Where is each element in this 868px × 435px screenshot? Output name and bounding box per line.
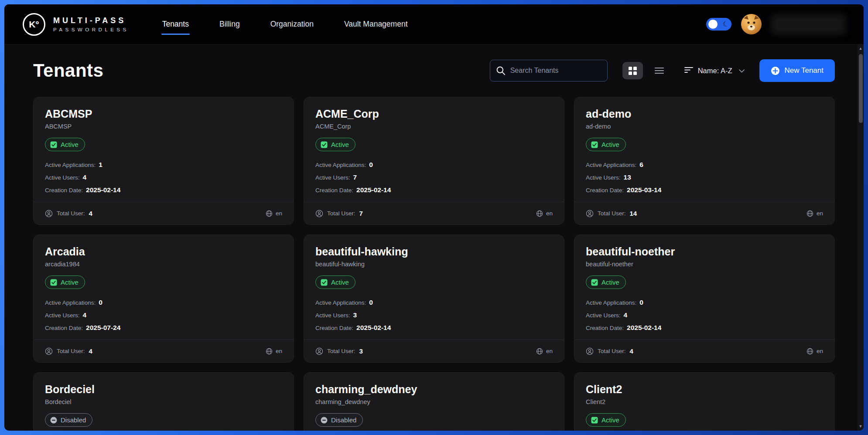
- main-nav: Tenants Billing Organization Vault Manag…: [161, 4, 409, 44]
- status-badge: Active: [45, 275, 85, 289]
- stat-creation-date: Creation Date: 2025-03-14: [586, 186, 823, 194]
- tenant-card-body: beautiful-noether beautiful-noether Acti…: [574, 235, 834, 332]
- tenant-card[interactable]: charming_dewdney charming_dewdney Disabl…: [304, 372, 564, 431]
- stat-active-users: Active Users: 4: [45, 173, 282, 181]
- status-badge: Active: [315, 275, 355, 289]
- tenant-stats: Active Applications: 1 Active Users: 4 C…: [45, 161, 282, 194]
- total-user: Total User: 7: [315, 210, 363, 218]
- tenant-slug: beautiful-noether: [586, 261, 823, 268]
- locale-indicator: en: [266, 210, 282, 217]
- toggle-knob: [708, 20, 718, 29]
- new-tenant-button[interactable]: New Tenant: [759, 59, 835, 82]
- stat-creation-date: Creation Date: 2025-07-24: [45, 324, 282, 332]
- scrollbar[interactable]: ▲ ▼: [858, 44, 864, 431]
- stat-active-applications: Active Applications: 0: [45, 299, 282, 306]
- status-label: Active: [61, 279, 79, 286]
- tenant-card[interactable]: beautiful-noether beautiful-noether Acti…: [574, 234, 835, 363]
- chevron-down-icon: [739, 67, 745, 75]
- scrollbar-thumb[interactable]: [859, 54, 863, 123]
- tenant-card[interactable]: ad-demo ad-demo Active Active: [574, 97, 835, 225]
- moon-icon: ☾: [721, 20, 730, 29]
- scroll-up-arrow[interactable]: ▲: [859, 44, 863, 53]
- globe-icon: [806, 210, 813, 217]
- status-label: Active: [601, 279, 619, 286]
- locale-label: en: [276, 210, 282, 217]
- tenant-card-footer: Total User: 4 en: [34, 202, 294, 224]
- globe-icon: [806, 348, 813, 355]
- stat-active-users: Active Users: 4: [45, 311, 282, 319]
- stat-active-users: Active Users: 13: [586, 173, 823, 181]
- status-label: Active: [331, 279, 349, 286]
- check-square-icon: [591, 417, 598, 424]
- check-square-icon: [321, 279, 328, 286]
- sort-dropdown[interactable]: Name: A-Z: [684, 67, 745, 75]
- user-circle-icon: [45, 210, 53, 218]
- stat-creation-date: Creation Date: 2025-02-14: [586, 324, 823, 332]
- status-badge: Active: [586, 275, 626, 289]
- locale-label: en: [546, 348, 553, 354]
- brand-wordmark: MULTI-PASS PASSWORDLESS: [53, 16, 129, 32]
- tenant-card[interactable]: ACME_Corp ACME_Corp Active Act: [304, 97, 564, 225]
- tenant-stats: Active Applications: 6 Active Users: 13 …: [586, 161, 823, 194]
- user-circle-icon: [45, 347, 53, 355]
- tenant-card[interactable]: Bordeciel Bordeciel Disabled A: [33, 372, 294, 431]
- stat-creation-date: Creation Date: 2025-02-14: [315, 186, 553, 194]
- nav-item-organization[interactable]: Organization: [270, 16, 314, 32]
- tenant-card-body: ad-demo ad-demo Active Active: [574, 97, 834, 194]
- user-avatar[interactable]: [741, 14, 762, 34]
- tenant-card[interactable]: Arcadia arcadia1984 Active Act: [33, 234, 294, 363]
- tenant-card[interactable]: Client2 Client2 Active Active: [574, 372, 835, 431]
- main-content: Tenants: [4, 44, 864, 431]
- tenant-card-body: Client2 Client2 Active Active: [574, 373, 834, 431]
- tenant-name: ABCMSP: [45, 108, 282, 120]
- locale-label: en: [817, 210, 823, 217]
- status-badge: Disabled: [45, 413, 92, 427]
- tenant-stats: Active Applications: 0 Active Users: 4 C…: [45, 299, 282, 332]
- status-label: Active: [61, 141, 79, 148]
- check-square-icon: [50, 141, 57, 148]
- brand-tagline: PASSWORDLESS: [53, 27, 129, 32]
- nav-item-vault-management[interactable]: Vault Management: [343, 16, 409, 32]
- status-label: Active: [601, 141, 619, 148]
- nav-item-billing[interactable]: Billing: [219, 16, 241, 32]
- page-header: Tenants: [33, 59, 835, 82]
- total-user: Total User: 4: [45, 347, 92, 355]
- locale-label: en: [817, 348, 823, 354]
- tenant-card-footer: Total User: 4 en: [574, 340, 834, 362]
- tenant-stats: Active Applications: 0 Active Users: 7 C…: [315, 161, 553, 194]
- total-user: Total User: 4: [586, 347, 633, 355]
- user-circle-icon: [315, 347, 323, 355]
- tenant-card-footer: Total User: 7 en: [304, 202, 564, 224]
- minus-circle-icon: [50, 417, 57, 424]
- tenant-slug: Client2: [586, 398, 823, 405]
- status-badge: Active: [315, 138, 355, 151]
- brand-logo-icon: K°: [23, 13, 45, 36]
- stat-active-applications: Active Applications: 0: [315, 161, 553, 169]
- list-icon: [655, 67, 664, 74]
- tenant-stats: Active Applications: 0 Active Users: 4 C…: [586, 299, 823, 332]
- tenant-slug: charming_dewdney: [315, 398, 553, 405]
- tenant-card[interactable]: ABCMSP ABCMSP Active Active Ap: [33, 97, 294, 225]
- tenant-slug: beautiful-hawking: [315, 261, 553, 268]
- status-badge: Active: [586, 413, 626, 427]
- tenant-slug: arcadia1984: [45, 261, 282, 268]
- tenant-card-footer: Total User: 14 en: [574, 202, 834, 224]
- tenant-card-body: Arcadia arcadia1984 Active Act: [34, 235, 294, 332]
- sort-label: Name: A-Z: [698, 67, 732, 75]
- tenant-slug: Bordeciel: [45, 398, 282, 405]
- locale-label: en: [546, 210, 553, 217]
- locale-indicator: en: [806, 348, 823, 355]
- tenant-card[interactable]: beautiful-hawking beautiful-hawking Acti…: [304, 234, 564, 363]
- stat-active-users: Active Users: 3: [315, 311, 553, 319]
- search-input[interactable]: [490, 60, 608, 82]
- total-user: Total User: 4: [45, 210, 92, 218]
- status-label: Active: [601, 416, 619, 424]
- scroll-down-arrow[interactable]: ▼: [859, 422, 863, 431]
- stat-active-applications: Active Applications: 1: [45, 161, 282, 169]
- grid-view-button[interactable]: [622, 62, 643, 79]
- nav-item-tenants[interactable]: Tenants: [161, 16, 190, 32]
- total-user: Total User: 14: [586, 210, 637, 218]
- list-view-button[interactable]: [649, 62, 670, 79]
- theme-toggle[interactable]: ☾: [706, 18, 731, 31]
- status-label: Active: [331, 141, 349, 148]
